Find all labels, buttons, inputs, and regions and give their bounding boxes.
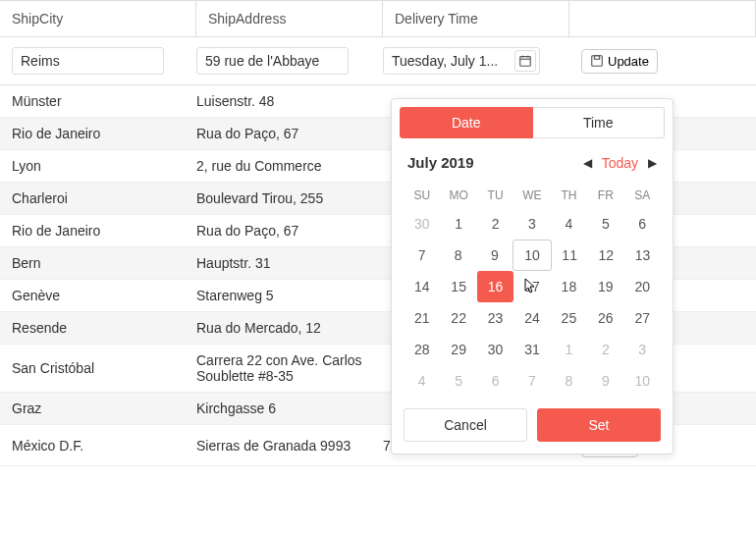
weekday-label: SU — [404, 183, 440, 208]
cell-city: San Cristóbal — [0, 352, 196, 384]
calendar-day[interactable]: 20 — [624, 271, 661, 302]
calendar-day[interactable]: 30 — [404, 208, 440, 240]
cell-city: Graz — [0, 393, 196, 424]
calendar-day[interactable]: 15 — [440, 271, 476, 302]
calendar-day[interactable]: 25 — [551, 302, 587, 334]
cell-address: Rua do Paço, 67 — [196, 118, 383, 149]
weekday-label: MO — [440, 183, 476, 208]
set-button[interactable]: Set — [537, 408, 661, 442]
update-label: Update — [608, 54, 649, 69]
calendar-day[interactable]: 2 — [587, 334, 623, 365]
calendar-day[interactable]: 26 — [587, 302, 623, 334]
cell-city: Münster — [0, 85, 196, 117]
cell-address: Rua do Mercado, 12 — [196, 312, 383, 344]
calendar-day[interactable]: 6 — [624, 208, 661, 240]
calendar-day[interactable]: 8 — [551, 365, 587, 397]
calendar-day[interactable]: 14 — [404, 271, 440, 302]
calendar-day[interactable]: 27 — [624, 302, 661, 334]
svg-rect-4 — [592, 56, 603, 67]
tab-time[interactable]: Time — [533, 107, 666, 138]
calendar-day[interactable]: 21 — [404, 302, 440, 334]
weekday-label: SA — [624, 183, 661, 208]
calendar-icon[interactable] — [514, 50, 536, 72]
prev-month-icon[interactable]: ◀ — [583, 156, 592, 170]
cell-city: Lyon — [0, 150, 196, 182]
svg-rect-0 — [520, 57, 531, 67]
calendar-day[interactable]: 7 — [513, 365, 550, 397]
calendar-day[interactable]: 4 — [551, 208, 587, 240]
header-delivery[interactable]: Delivery Time — [383, 1, 569, 36]
month-label[interactable]: July 2019 — [407, 154, 474, 171]
cell-address: Starenweg 5 — [196, 280, 383, 311]
calendar-day[interactable]: 13 — [624, 240, 661, 271]
cell-city: Genève — [0, 280, 196, 311]
cell-city: Rio de Janeiro — [0, 215, 196, 246]
cell-address: Luisenstr. 48 — [196, 85, 383, 117]
calendar-day[interactable]: 16 — [477, 271, 513, 302]
calendar-day[interactable]: 29 — [440, 334, 476, 365]
cell-city: Bern — [0, 247, 196, 279]
calendar-day[interactable]: 12 — [588, 240, 624, 271]
header-actions — [569, 1, 756, 36]
weekday-label: TH — [551, 183, 587, 208]
cell-address: Rua do Paço, 67 — [196, 215, 383, 246]
next-month-icon[interactable]: ▶ — [648, 156, 657, 170]
calendar-day[interactable]: 28 — [404, 334, 440, 365]
datepicker-popup: Date Time July 2019 ◀ Today ▶ SUMOTUWETH… — [391, 98, 674, 454]
cell-address: Hauptstr. 31 — [196, 247, 383, 279]
calendar-day[interactable]: 3 — [513, 208, 550, 240]
cell-address: 2, rue du Commerce — [196, 150, 383, 182]
calendar-day[interactable]: 5 — [587, 208, 623, 240]
today-link[interactable]: Today — [602, 155, 638, 171]
calendar-day[interactable]: 2 — [477, 208, 513, 240]
calendar-day[interactable]: 7 — [404, 240, 440, 271]
calendar-day[interactable]: 10 — [624, 365, 661, 397]
calendar-day[interactable]: 9 — [587, 365, 623, 397]
cell-city: Resende — [0, 312, 196, 344]
calendar-day[interactable]: 30 — [477, 334, 513, 365]
shipcity-input[interactable] — [12, 47, 164, 75]
edit-row: Update — [0, 37, 756, 85]
calendar-day[interactable]: 11 — [552, 240, 588, 271]
cell-city: Rio de Janeiro — [0, 118, 196, 149]
cell-address: Boulevard Tirou, 255 — [196, 183, 383, 214]
calendar-day[interactable]: 22 — [440, 302, 476, 334]
cell-address: Sierras de Granada 9993 — [196, 430, 383, 461]
calendar-day[interactable]: 19 — [587, 271, 623, 302]
calendar-day[interactable]: 6 — [477, 365, 513, 397]
calendar-day[interactable]: 3 — [624, 334, 661, 365]
update-button[interactable]: Update — [581, 49, 658, 74]
calendar-day[interactable]: 31 — [513, 334, 550, 365]
weekday-label: FR — [587, 183, 623, 208]
calendar-day[interactable]: 23 — [477, 302, 513, 334]
tab-date[interactable]: Date — [400, 107, 533, 138]
calendar-day[interactable]: 5 — [440, 365, 476, 397]
cell-address: Carrera 22 con Ave. Carlos Soublette #8-… — [196, 345, 383, 392]
header-shipcity[interactable]: ShipCity — [0, 1, 196, 36]
shipaddress-input[interactable] — [196, 47, 349, 75]
calendar-day[interactable]: 24 — [513, 302, 550, 334]
cell-address: Kirchgasse 6 — [196, 393, 383, 424]
calendar-day[interactable]: 18 — [551, 271, 587, 302]
header-row: ShipCity ShipAddress Delivery Time — [0, 0, 756, 37]
svg-rect-5 — [594, 56, 599, 60]
calendar-day[interactable]: 17 — [513, 271, 550, 302]
calendar-day[interactable]: 8 — [440, 240, 476, 271]
header-shipaddress[interactable]: ShipAddress — [196, 1, 383, 36]
calendar-day[interactable]: 10 — [513, 240, 551, 271]
cell-city: México D.F. — [0, 430, 196, 461]
calendar-day[interactable]: 9 — [476, 240, 513, 271]
calendar-day[interactable]: 1 — [440, 208, 476, 240]
cell-city: Charleroi — [0, 183, 196, 214]
cancel-button[interactable]: Cancel — [404, 408, 527, 442]
calendar-day[interactable]: 1 — [551, 334, 587, 365]
weekday-label: TU — [477, 183, 513, 208]
calendar-day[interactable]: 4 — [404, 365, 440, 397]
weekday-label: WE — [513, 183, 550, 208]
